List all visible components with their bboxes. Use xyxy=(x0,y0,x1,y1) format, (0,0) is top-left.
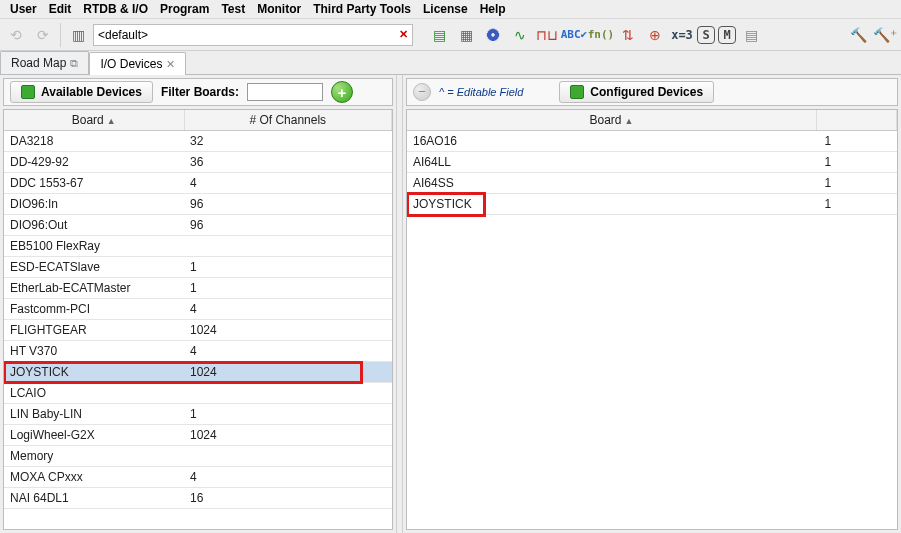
cell-channels: 96 xyxy=(184,194,392,215)
add-board-button[interactable]: + xyxy=(331,81,353,103)
nav-back-button[interactable]: ⟲ xyxy=(4,23,28,47)
table-row[interactable]: LIN Baby-LIN1 xyxy=(4,404,392,425)
table-row[interactable]: HT V3704 xyxy=(4,341,392,362)
table-row[interactable]: JOYSTICK1024 xyxy=(4,362,392,383)
table-row[interactable]: ESD-ECATSlave1 xyxy=(4,257,392,278)
cell-board: MOXA CPxxx xyxy=(4,467,184,488)
open-map-icon[interactable]: ▥ xyxy=(66,23,90,47)
toolbar-separator xyxy=(60,23,61,47)
table-row[interactable]: FLIGHTGEAR1024 xyxy=(4,320,392,341)
tool-signal1-icon[interactable]: ⊓⊔ xyxy=(535,23,559,47)
tab-roadmap-popout-icon[interactable]: ⧉ xyxy=(70,57,78,70)
cell-channels: 1024 xyxy=(184,425,392,446)
tool-layers-icon[interactable]: ▤ xyxy=(739,23,763,47)
tab-roadmap[interactable]: Road Map ⧉ xyxy=(0,51,89,74)
table-row[interactable]: Fastcomm-PCI4 xyxy=(4,299,392,320)
menu-test[interactable]: Test xyxy=(215,2,251,16)
cell-board: JOYSTICK xyxy=(4,362,184,383)
table-row[interactable]: 16AO161 xyxy=(407,131,897,152)
available-panel-head: Available Devices Filter Boards: + xyxy=(3,78,393,106)
filter-label: Filter Boards: xyxy=(161,85,239,99)
cell-channels: 1024 xyxy=(184,362,392,383)
tool-fn-icon[interactable]: fn() xyxy=(589,23,613,47)
hammer-star-icon[interactable]: 🔨⁺ xyxy=(873,23,897,47)
main-split: Available Devices Filter Boards: + Board… xyxy=(0,75,901,533)
nav-forward-button[interactable]: ⟳ xyxy=(31,23,55,47)
table-row[interactable]: EtherLab-ECATMaster1 xyxy=(4,278,392,299)
menu-edit[interactable]: Edit xyxy=(43,2,78,16)
table-row[interactable]: Memory xyxy=(4,446,392,467)
table-row[interactable]: EB5100 FlexRay xyxy=(4,236,392,257)
table-row[interactable]: AI64LL1 xyxy=(407,152,897,173)
project-combo-value: <default> xyxy=(98,28,148,42)
cell-count: 1 xyxy=(817,131,897,152)
cell-board: EB5100 FlexRay xyxy=(4,236,184,257)
cell-channels: 36 xyxy=(184,152,392,173)
configured-table: Board▲ 16AO161AI64LL1AI64SS1JOYSTICK1 xyxy=(407,110,897,215)
col-channels[interactable]: # Of Channels xyxy=(184,110,392,131)
available-table: Board▲ # Of Channels DA321832DD-429-9236… xyxy=(4,110,392,509)
menu-help[interactable]: Help xyxy=(474,2,512,16)
cell-channels: 1 xyxy=(184,278,392,299)
tool-m-icon[interactable]: M xyxy=(718,26,736,44)
tool-wave-icon[interactable]: ∿ xyxy=(508,23,532,47)
cell-channels: 96 xyxy=(184,215,392,236)
cell-board: AI64LL xyxy=(407,152,817,173)
available-devices-button[interactable]: Available Devices xyxy=(10,81,153,103)
table-row[interactable]: DA321832 xyxy=(4,131,392,152)
sort-asc-icon: ▲ xyxy=(625,116,634,126)
tab-iodevices[interactable]: I/O Devices ✕ xyxy=(89,52,186,75)
table-row[interactable]: JOYSTICK1 xyxy=(407,194,897,215)
cell-channels: 1024 xyxy=(184,320,392,341)
splitter-handle[interactable] xyxy=(396,75,403,533)
table-row[interactable]: DIO96:In96 xyxy=(4,194,392,215)
table-row[interactable]: DD-429-9236 xyxy=(4,152,392,173)
cell-channels xyxy=(184,446,392,467)
table-row[interactable]: AI64SS1 xyxy=(407,173,897,194)
tool-monitor-icon[interactable]: ▤ xyxy=(427,23,451,47)
menu-program[interactable]: Program xyxy=(154,2,215,16)
tool-s-icon[interactable]: S xyxy=(697,26,715,44)
menu-rtdb[interactable]: RTDB & I/O xyxy=(77,2,154,16)
configured-table-wrap[interactable]: Board▲ 16AO161AI64LL1AI64SS1JOYSTICK1 xyxy=(406,109,898,530)
col-board-label: Board xyxy=(72,113,104,127)
tool-db-icon[interactable]: 🞉 xyxy=(481,23,505,47)
tab-iodevices-label: I/O Devices xyxy=(100,57,162,71)
col-board-right[interactable]: Board▲ xyxy=(407,110,817,131)
menu-3p[interactable]: Third Party Tools xyxy=(307,2,417,16)
table-row[interactable]: NAI 64DL116 xyxy=(4,488,392,509)
cell-channels xyxy=(184,236,392,257)
cell-board: NAI 64DL1 xyxy=(4,488,184,509)
menu-user[interactable]: User xyxy=(4,2,43,16)
cell-board: DIO96:Out xyxy=(4,215,184,236)
cell-board: LIN Baby-LIN xyxy=(4,404,184,425)
table-row[interactable]: DIO96:Out96 xyxy=(4,215,392,236)
configured-devices-label: Configured Devices xyxy=(590,85,703,99)
cell-board: LogiWheel-G2X xyxy=(4,425,184,446)
available-table-wrap[interactable]: Board▲ # Of Channels DA321832DD-429-9236… xyxy=(3,109,393,530)
project-combo[interactable]: <default> ✕ xyxy=(93,24,413,46)
configured-devices-button[interactable]: Configured Devices xyxy=(559,81,714,103)
filter-input[interactable] xyxy=(247,83,323,101)
tool-abc-icon[interactable]: ABC✔ xyxy=(562,23,586,47)
menu-license[interactable]: License xyxy=(417,2,474,16)
table-row[interactable]: MOXA CPxxx4 xyxy=(4,467,392,488)
table-row[interactable]: LCAIO xyxy=(4,383,392,404)
cell-channels: 32 xyxy=(184,131,392,152)
available-devices-label: Available Devices xyxy=(41,85,142,99)
menu-monitor[interactable]: Monitor xyxy=(251,2,307,16)
tab-iodevices-close-icon[interactable]: ✕ xyxy=(166,58,175,71)
table-row[interactable]: DDC 1553-674 xyxy=(4,173,392,194)
col-count-right[interactable] xyxy=(817,110,897,131)
tool-signal2-icon[interactable]: ⇅ xyxy=(616,23,640,47)
devices-icon xyxy=(21,85,35,99)
table-row[interactable]: LogiWheel-G2X1024 xyxy=(4,425,392,446)
col-board[interactable]: Board▲ xyxy=(4,110,184,131)
remove-board-button[interactable]: − xyxy=(413,83,431,101)
tool-files-icon[interactable]: ▦ xyxy=(454,23,478,47)
cell-channels: 1 xyxy=(184,257,392,278)
project-combo-clear-icon[interactable]: ✕ xyxy=(399,28,408,41)
tool-x3-icon[interactable]: x=3 xyxy=(670,23,694,47)
hammer-icon[interactable]: 🔨 xyxy=(846,23,870,47)
tool-bus-icon[interactable]: ⊕ xyxy=(643,23,667,47)
